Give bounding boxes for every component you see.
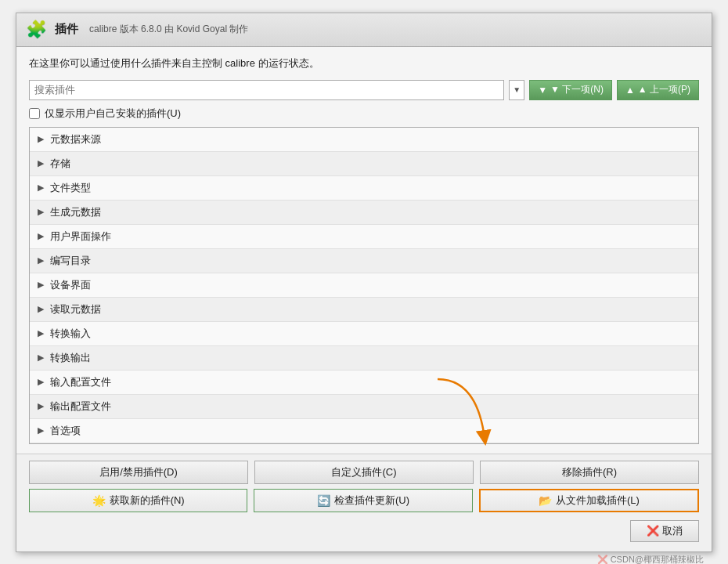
- plugin-label: 输出配置文件: [50, 400, 111, 414]
- plugin-arrow-icon: ▶: [38, 255, 44, 266]
- checkbox-label: 仅显示用户自己安装的插件(U): [45, 107, 181, 121]
- filter-checkbox-row: 仅显示用户自己安装的插件(U): [29, 107, 699, 121]
- list-item[interactable]: ▶用户界面操作: [30, 225, 698, 249]
- list-item[interactable]: ▶读取元数据: [30, 298, 698, 322]
- list-item[interactable]: ▶转换输入: [30, 322, 698, 346]
- button-row-1: 启用/禁用插件(D) 自定义插件(C) 移除插件(R): [29, 461, 699, 484]
- plugin-arrow-icon: ▶: [38, 207, 44, 217]
- load-from-file-button[interactable]: 📂 从文件加载插件(L): [479, 489, 699, 512]
- check-update-label: 检查插件更新(U): [334, 494, 409, 508]
- plugin-arrow-icon: ▶: [38, 183, 44, 193]
- cancel-icon: ❌: [647, 525, 659, 537]
- prev-button-label: ▲ 上一项(P): [638, 83, 690, 96]
- enable-disable-button[interactable]: 启用/禁用插件(D): [29, 461, 248, 484]
- list-item[interactable]: ▶输出配置文件: [30, 395, 698, 419]
- watermark: ❌ CSDN@椰西那桶辣椒比: [597, 554, 704, 565]
- plugin-arrow-icon: ▶: [38, 328, 44, 338]
- plugin-arrow-icon: ▶: [38, 401, 44, 411]
- plugin-dialog: 🧩 插件 calibre 版本 6.8.0 由 Kovid Goyal 制作 在…: [16, 13, 712, 552]
- load-from-file-label: 从文件加载插件(L): [556, 494, 640, 508]
- plugin-arrow-icon: ▶: [38, 280, 44, 290]
- search-dropdown-button[interactable]: ▼: [509, 80, 524, 100]
- load-icon: 📂: [539, 494, 552, 507]
- search-row: ▼ ▼ ▼ 下一项(N) ▲ ▲ 上一项(P): [29, 80, 699, 100]
- cancel-label: 取消: [662, 524, 683, 538]
- remove-button[interactable]: 移除插件(R): [480, 461, 699, 484]
- user-plugins-checkbox[interactable]: [29, 108, 40, 119]
- cancel-button[interactable]: ❌ 取消: [630, 520, 699, 542]
- title-bar: 🧩 插件 calibre 版本 6.8.0 由 Kovid Goyal 制作: [16, 13, 712, 47]
- plugin-arrow-icon: ▶: [38, 377, 44, 387]
- dialog-content: 在这里你可以通过使用什么插件来自主控制 calibre 的运行状态。 ▼ ▼ ▼…: [16, 47, 712, 454]
- plugin-label: 元数据来源: [50, 132, 101, 146]
- plugin-label: 设备界面: [50, 278, 91, 292]
- bottom-area: 启用/禁用插件(D) 自定义插件(C) 移除插件(R) 🌟 获取新的插件(N) …: [16, 454, 712, 551]
- plugin-label: 生成元数据: [50, 205, 101, 219]
- get-new-label: 获取新的插件(N): [110, 494, 185, 508]
- get-new-button[interactable]: 🌟 获取新的插件(N): [29, 489, 247, 512]
- plugin-arrow-icon: ▶: [38, 352, 44, 363]
- plugin-arrow-icon: ▶: [38, 231, 44, 241]
- plugin-label: 用户界面操作: [50, 230, 111, 244]
- plugin-label: 文件类型: [50, 181, 91, 195]
- plugin-label: 编写目录: [50, 254, 91, 268]
- next-arrow-icon: ▼: [538, 85, 547, 96]
- next-button-label: ▼ 下一项(N): [550, 83, 604, 96]
- list-item[interactable]: ▶转换输出: [30, 346, 698, 371]
- prev-button[interactable]: ▲ ▲ 上一项(P): [617, 80, 699, 100]
- plugin-list: ▶元数据来源▶存储▶文件类型▶生成元数据▶用户界面操作▶编写目录▶设备界面▶读取…: [29, 127, 699, 444]
- puzzle-icon: 🧩: [26, 20, 47, 40]
- cancel-row: ❌ 取消: [29, 517, 699, 545]
- plugin-label: 输入配置文件: [50, 375, 111, 389]
- plugin-label: 转换输出: [50, 351, 91, 365]
- check-update-button[interactable]: 🔄 检查插件更新(U): [254, 489, 472, 512]
- dialog-subtitle: calibre 版本 6.8.0 由 Kovid Goyal 制作: [89, 23, 248, 36]
- plugin-label: 转换输入: [50, 327, 91, 341]
- list-item[interactable]: ▶首选项: [30, 419, 698, 443]
- customize-button[interactable]: 自定义插件(C): [254, 461, 474, 484]
- plugin-label: 首选项: [50, 424, 81, 438]
- list-item[interactable]: ▶元数据来源: [30, 128, 698, 152]
- list-item[interactable]: ▶设备界面: [30, 273, 698, 298]
- check-update-icon: 🔄: [317, 494, 330, 507]
- prev-arrow-icon: ▲: [625, 85, 635, 96]
- dialog-title: 插件: [55, 22, 78, 37]
- list-item[interactable]: ▶文件类型: [30, 176, 698, 201]
- watermark-icon: ❌: [597, 555, 608, 565]
- bottom-buttons: 启用/禁用插件(D) 自定义插件(C) 移除插件(R) 🌟 获取新的插件(N) …: [16, 454, 712, 551]
- watermark-text: CSDN@椰西那桶辣椒比: [611, 554, 704, 565]
- list-item[interactable]: ▶编写目录: [30, 249, 698, 273]
- plugin-arrow-icon: ▶: [38, 425, 44, 436]
- get-new-icon: 🌟: [92, 494, 106, 507]
- plugin-label: 读取元数据: [50, 302, 101, 316]
- next-button[interactable]: ▼ ▼ 下一项(N): [529, 80, 612, 100]
- list-item[interactable]: ▶存储: [30, 152, 698, 176]
- search-input[interactable]: [29, 80, 504, 100]
- plugin-label: 存储: [50, 157, 70, 171]
- button-row-2: 🌟 获取新的插件(N) 🔄 检查插件更新(U) 📂 从文件加载插件(L): [29, 489, 699, 512]
- plugin-arrow-icon: ▶: [38, 158, 44, 168]
- plugin-arrow-icon: ▶: [38, 134, 44, 144]
- list-item[interactable]: ▶输入配置文件: [30, 371, 698, 395]
- description-text: 在这里你可以通过使用什么插件来自主控制 calibre 的运行状态。: [29, 56, 699, 70]
- plugin-arrow-icon: ▶: [38, 304, 44, 314]
- list-item[interactable]: ▶生成元数据: [30, 201, 698, 225]
